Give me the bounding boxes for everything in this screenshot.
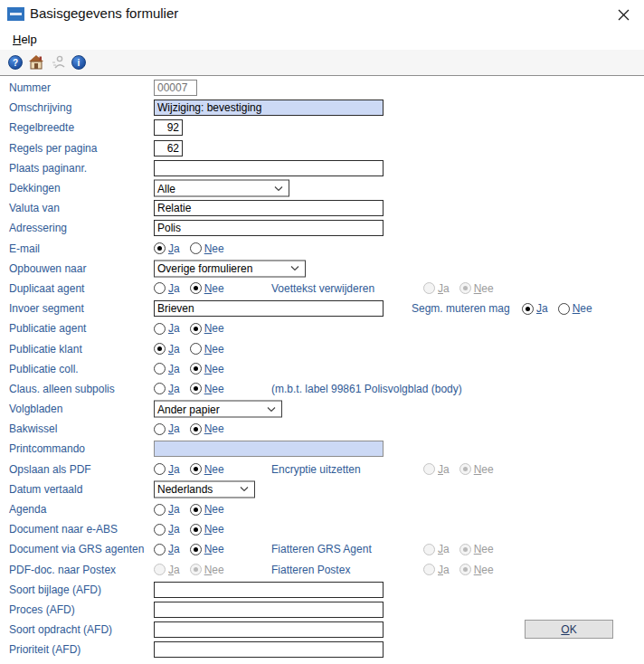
- radio-ja-label[interactable]: Ja: [168, 503, 180, 516]
- field-label: PDF-doc. naar Postex: [9, 564, 116, 576]
- field-label: Proces (AFD): [9, 603, 75, 616]
- radio-nee-label[interactable]: Nee: [204, 363, 224, 375]
- radio-nee[interactable]: [190, 242, 202, 254]
- regels-per-pagina-input[interactable]: [154, 140, 183, 157]
- radio-nee-label[interactable]: Nee: [204, 463, 224, 476]
- radio-ja[interactable]: [154, 242, 166, 254]
- dekkingen-select[interactable]: Alle: [154, 180, 289, 197]
- radio-nee-label[interactable]: Nee: [573, 302, 592, 315]
- radio-ja[interactable]: [154, 282, 166, 294]
- radio-nee-label: Nee: [474, 543, 494, 555]
- radio-ja[interactable]: [154, 504, 166, 516]
- toolbar: ? i: [0, 50, 644, 76]
- segm-muteren-mag-radio-group: Ja Nee: [522, 302, 602, 315]
- help-icon[interactable]: ?: [8, 55, 23, 70]
- soort-bijlage-afd-input[interactable]: [154, 582, 384, 598]
- radio-nee[interactable]: [190, 282, 202, 294]
- datum-vertaald-select[interactable]: Nederlands: [154, 480, 255, 498]
- field-label: Publicatie coll.: [9, 363, 79, 375]
- radio-nee-label[interactable]: Nee: [204, 523, 224, 536]
- valuta-van-input[interactable]: [154, 200, 384, 216]
- radio-nee[interactable]: [190, 524, 202, 536]
- radio-nee-label[interactable]: Nee: [204, 343, 224, 356]
- radio-nee[interactable]: [190, 504, 202, 516]
- row-email: E-mail Ja Nee: [0, 239, 644, 259]
- claus-note: (m.b.t. label 99861 Polisvolgblad (body): [271, 383, 462, 395]
- radio-nee-label: Nee: [474, 282, 494, 295]
- close-button[interactable]: [610, 5, 637, 24]
- radio-nee[interactable]: [190, 343, 202, 355]
- home-icon[interactable]: [28, 55, 44, 70]
- radio-ja[interactable]: [154, 423, 166, 435]
- opbouwen-naar-select[interactable]: Overige formulieren: [154, 260, 306, 277]
- field-label: Plaats paginanr.: [9, 162, 87, 175]
- prioriteit-afd-input[interactable]: [154, 641, 384, 658]
- row-prioriteit-afd: Prioriteit (AFD): [0, 640, 644, 659]
- row-soort-bijlage-afd: Soort bijlage (AFD): [0, 580, 644, 600]
- radio-nee[interactable]: [190, 463, 202, 475]
- row-valuta-van: Valuta van: [0, 198, 644, 218]
- radio-ja-label[interactable]: Ja: [168, 282, 180, 295]
- radio-ja[interactable]: [154, 544, 166, 555]
- radio-ja-label[interactable]: Ja: [168, 322, 180, 335]
- radio-ja-label[interactable]: Ja: [168, 463, 180, 476]
- radio-ja[interactable]: [154, 323, 166, 335]
- row-invoer-segment: Invoer segment Segm. muteren mag Ja Nee: [0, 299, 644, 318]
- row-agenda: Agenda Ja Nee: [0, 499, 644, 519]
- radio-nee-label[interactable]: Nee: [204, 242, 224, 255]
- field-label: Opslaan als PDF: [9, 463, 91, 476]
- invoer-segment-input[interactable]: [154, 300, 384, 317]
- radio-ja-label: Ja: [438, 564, 450, 576]
- field-label: Duplicaat agent: [9, 282, 84, 295]
- radio-ja[interactable]: [522, 303, 534, 315]
- radio-ja[interactable]: [154, 343, 166, 355]
- radio-nee[interactable]: [190, 383, 202, 394]
- nummer-input: [154, 80, 197, 96]
- radio-nee[interactable]: [190, 544, 202, 555]
- field-label: Valuta van: [9, 202, 60, 214]
- fiatteren-grs-agent-label: Fiatteren GRS Agent: [271, 543, 372, 555]
- regelbreedte-input[interactable]: [154, 119, 183, 136]
- radio-nee[interactable]: [190, 363, 202, 375]
- radio-ja[interactable]: [154, 363, 166, 375]
- radio-nee[interactable]: [558, 303, 570, 315]
- radio-ja-label[interactable]: Ja: [168, 383, 180, 395]
- radio-nee[interactable]: [190, 423, 202, 435]
- radio-ja-label[interactable]: Ja: [536, 302, 548, 315]
- radio-ja-label[interactable]: Ja: [168, 422, 180, 435]
- duplicaat-agent-radio-group: Ja Nee: [154, 282, 234, 295]
- proces-afd-input[interactable]: [154, 602, 384, 618]
- printcommando-input[interactable]: [154, 441, 384, 457]
- soort-opdracht-afd-input[interactable]: [154, 621, 384, 638]
- radio-ja-label: Ja: [168, 564, 180, 576]
- radio-ja[interactable]: [154, 524, 166, 536]
- radio-nee-label[interactable]: Nee: [204, 543, 224, 555]
- radio-nee-label: Nee: [474, 463, 494, 476]
- info-icon[interactable]: i: [71, 55, 86, 70]
- radio-nee-label[interactable]: Nee: [204, 422, 224, 435]
- app-logo-icon: [7, 7, 24, 21]
- radio-nee-label[interactable]: Nee: [204, 282, 224, 295]
- radio-nee-label[interactable]: Nee: [204, 503, 224, 516]
- omschrijving-input[interactable]: [154, 100, 384, 116]
- radio-ja-label[interactable]: Ja: [168, 363, 180, 375]
- adressering-input[interactable]: [154, 220, 384, 236]
- ok-button[interactable]: OK: [525, 620, 613, 639]
- plaats-paginanr-input[interactable]: [154, 160, 384, 176]
- radio-ja-label[interactable]: Ja: [168, 523, 180, 536]
- radio-ja-label[interactable]: Ja: [168, 343, 180, 356]
- volgbladen-select[interactable]: Ander papier: [154, 401, 282, 418]
- radio-ja: [154, 564, 166, 575]
- radio-nee-label[interactable]: Nee: [204, 322, 224, 335]
- radio-ja[interactable]: [154, 383, 166, 394]
- radio-nee-label[interactable]: Nee: [204, 383, 224, 395]
- close-icon: [618, 9, 630, 21]
- radio-ja[interactable]: [154, 463, 166, 475]
- radio-ja-label: Ja: [438, 282, 450, 295]
- radio-ja-label[interactable]: Ja: [168, 543, 180, 555]
- radio-nee[interactable]: [190, 323, 202, 335]
- menu-help[interactable]: Help: [9, 31, 41, 48]
- row-bakwissel: Bakwissel Ja Nee: [0, 419, 644, 439]
- field-label: Document via GRS agenten: [9, 543, 144, 555]
- radio-ja-label[interactable]: Ja: [168, 242, 180, 255]
